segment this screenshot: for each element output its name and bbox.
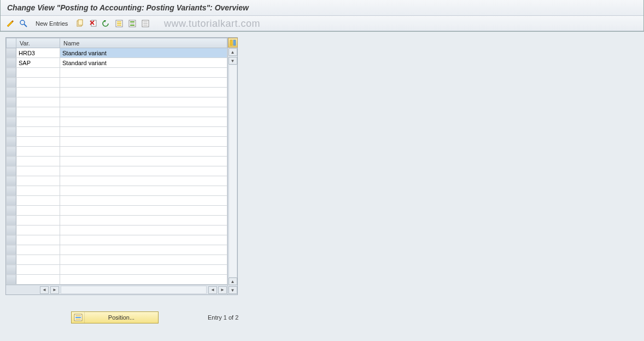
row-selector[interactable] bbox=[7, 186, 16, 196]
cell-name[interactable] bbox=[60, 265, 227, 275]
row-selector[interactable] bbox=[7, 265, 16, 275]
cell-var[interactable] bbox=[16, 147, 60, 157]
scroll-right2-icon[interactable]: ► bbox=[218, 286, 227, 294]
cell-var[interactable] bbox=[16, 97, 60, 107]
scroll-down2-icon[interactable]: ▼ bbox=[229, 286, 237, 294]
cell-var[interactable] bbox=[16, 235, 60, 245]
cell-var[interactable] bbox=[16, 196, 60, 206]
scroll-left2-icon[interactable]: ◄ bbox=[208, 286, 217, 294]
table-row-empty[interactable] bbox=[7, 235, 227, 245]
table-row-empty[interactable] bbox=[7, 166, 227, 176]
row-selector[interactable] bbox=[7, 157, 16, 166]
row-selector[interactable] bbox=[7, 196, 16, 206]
cell-var[interactable] bbox=[16, 166, 60, 176]
table-row-empty[interactable] bbox=[7, 255, 227, 265]
new-entries-button[interactable]: New Entries bbox=[31, 19, 72, 28]
row-selector[interactable] bbox=[7, 226, 16, 235]
cell-var[interactable] bbox=[16, 265, 60, 275]
row-selector[interactable] bbox=[7, 78, 16, 88]
row-selector[interactable] bbox=[7, 97, 16, 107]
table-row[interactable]: HRD3Standard variant bbox=[7, 48, 227, 58]
undo-button[interactable] bbox=[101, 18, 112, 29]
table-row-empty[interactable] bbox=[7, 275, 227, 285]
cell-var[interactable]: HRD3 bbox=[16, 48, 60, 58]
copy-button[interactable] bbox=[74, 18, 85, 29]
cell-name[interactable] bbox=[60, 216, 227, 226]
table-row-empty[interactable] bbox=[7, 176, 227, 186]
cell-name[interactable] bbox=[60, 88, 227, 97]
table-row-empty[interactable] bbox=[7, 127, 227, 137]
cell-name[interactable] bbox=[60, 245, 227, 255]
table-row-empty[interactable] bbox=[7, 206, 227, 216]
cell-name[interactable] bbox=[60, 186, 227, 196]
cell-name[interactable] bbox=[60, 196, 227, 206]
cell-var[interactable] bbox=[16, 255, 60, 265]
cell-var[interactable] bbox=[16, 245, 60, 255]
table-row-empty[interactable] bbox=[7, 68, 227, 78]
table-row-empty[interactable] bbox=[7, 245, 227, 255]
row-selector[interactable] bbox=[7, 255, 16, 265]
cell-var[interactable] bbox=[16, 107, 60, 117]
row-selector[interactable] bbox=[7, 206, 16, 216]
position-button[interactable]: Position... bbox=[71, 311, 159, 323]
scroll-right-icon[interactable]: ► bbox=[50, 286, 59, 294]
row-selector-header[interactable] bbox=[7, 38, 16, 48]
cell-name[interactable]: Standard variant bbox=[60, 58, 227, 68]
table-row-empty[interactable] bbox=[7, 117, 227, 127]
cell-var[interactable] bbox=[16, 78, 60, 88]
cell-var[interactable] bbox=[16, 275, 60, 285]
table-row-empty[interactable] bbox=[7, 216, 227, 226]
scroll-down-icon[interactable]: ▼ bbox=[229, 57, 237, 65]
row-selector[interactable] bbox=[7, 117, 16, 127]
cell-name[interactable]: Standard variant bbox=[60, 48, 227, 58]
scroll-left-icon[interactable]: ◄ bbox=[40, 286, 49, 294]
delete-button[interactable] bbox=[87, 18, 98, 29]
cell-var[interactable] bbox=[16, 176, 60, 186]
cell-name[interactable] bbox=[60, 97, 227, 107]
cell-name[interactable] bbox=[60, 226, 227, 235]
table-row-empty[interactable] bbox=[7, 137, 227, 147]
cell-name[interactable] bbox=[60, 127, 227, 137]
cell-name[interactable] bbox=[60, 206, 227, 216]
select-block-button[interactable] bbox=[127, 18, 138, 29]
row-selector[interactable] bbox=[7, 107, 16, 117]
horizontal-scrollbar[interactable]: ◄ ► ◄ ► bbox=[6, 285, 227, 294]
cell-var[interactable] bbox=[16, 117, 60, 127]
table-row[interactable]: SAPStandard variant bbox=[7, 58, 227, 68]
cell-name[interactable] bbox=[60, 166, 227, 176]
table-row-empty[interactable] bbox=[7, 265, 227, 275]
table-row-empty[interactable] bbox=[7, 78, 227, 88]
row-selector[interactable] bbox=[7, 235, 16, 245]
cell-name[interactable] bbox=[60, 117, 227, 127]
row-selector[interactable] bbox=[7, 68, 16, 78]
scroll-up2-icon[interactable]: ▲ bbox=[229, 278, 237, 285]
row-selector[interactable] bbox=[7, 147, 16, 157]
cell-name[interactable] bbox=[60, 255, 227, 265]
row-selector[interactable] bbox=[7, 58, 16, 68]
row-selector[interactable] bbox=[7, 275, 16, 285]
cell-name[interactable] bbox=[60, 137, 227, 147]
cell-var[interactable] bbox=[16, 88, 60, 97]
vertical-scrollbar[interactable]: ▲ ▼ ▲ ▼ bbox=[227, 38, 237, 294]
cell-var[interactable]: SAP bbox=[16, 58, 60, 68]
row-selector[interactable] bbox=[7, 166, 16, 176]
variants-table[interactable]: Var. Name HRD3Standard variantSAPStandar… bbox=[6, 38, 227, 285]
cell-name[interactable] bbox=[60, 107, 227, 117]
cell-var[interactable] bbox=[16, 157, 60, 166]
table-row-empty[interactable] bbox=[7, 157, 227, 166]
row-selector[interactable] bbox=[7, 88, 16, 97]
cell-var[interactable] bbox=[16, 186, 60, 196]
cell-name[interactable] bbox=[60, 275, 227, 285]
cell-var[interactable] bbox=[16, 68, 60, 78]
cell-var[interactable] bbox=[16, 216, 60, 226]
cell-var[interactable] bbox=[16, 127, 60, 137]
table-row-empty[interactable] bbox=[7, 107, 227, 117]
row-selector[interactable] bbox=[7, 216, 16, 226]
cell-name[interactable] bbox=[60, 68, 227, 78]
find-button[interactable] bbox=[18, 18, 29, 29]
cell-name[interactable] bbox=[60, 176, 227, 186]
select-all-button[interactable] bbox=[114, 18, 125, 29]
row-selector[interactable] bbox=[7, 127, 16, 137]
row-selector[interactable] bbox=[7, 245, 16, 255]
table-row-empty[interactable] bbox=[7, 186, 227, 196]
